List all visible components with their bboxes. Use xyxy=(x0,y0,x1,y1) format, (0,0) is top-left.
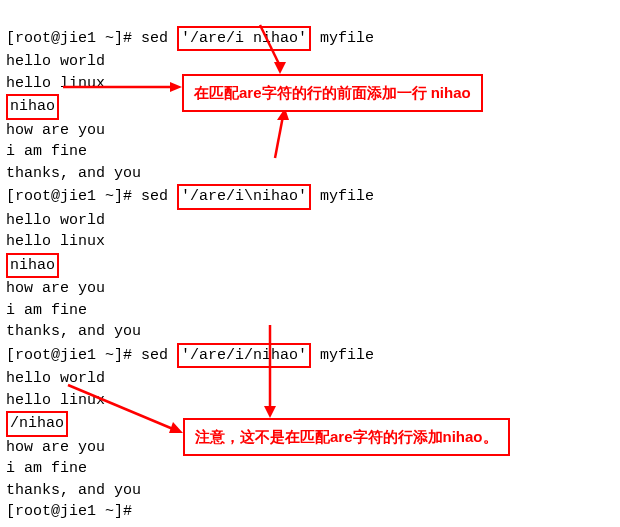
arrow-2 xyxy=(60,79,185,95)
arrow-5 xyxy=(65,377,187,437)
cmd-arg-2: '/are/i\nihao' xyxy=(177,184,311,210)
svg-line-4 xyxy=(275,116,283,158)
out-line: how are you xyxy=(6,280,105,297)
result-nihao-1: nihao xyxy=(6,94,59,120)
out-line: hello world xyxy=(6,212,105,229)
svg-marker-1 xyxy=(274,62,286,74)
arrow-4 xyxy=(250,322,290,420)
out-line: i am fine xyxy=(6,143,87,160)
arrow-1 xyxy=(250,22,300,77)
prompt-line-1: [root@jie1 ~]# sed '/are/i nihao' myfile xyxy=(6,30,374,47)
svg-marker-3 xyxy=(170,82,182,92)
out-line: hello world xyxy=(6,53,105,70)
out-line: thanks, and you xyxy=(6,482,141,499)
arrow-3 xyxy=(255,106,295,161)
out-line: how are you xyxy=(6,122,105,139)
prompt-line-4: [root@jie1 ~]# xyxy=(6,503,141,520)
out-line: thanks, and you xyxy=(6,323,141,340)
out-line: i am fine xyxy=(6,302,87,319)
result-slashnihao: /nihao xyxy=(6,411,68,437)
result-nihao-2: nihao xyxy=(6,253,59,279)
callout-explain-1: 在匹配are字符的行的前面添加一行 nihao xyxy=(182,74,483,112)
svg-line-0 xyxy=(260,25,280,66)
callout-explain-2: 注意，这不是在匹配are字符的行添加nihao。 xyxy=(183,418,510,456)
out-line: thanks, and you xyxy=(6,165,141,182)
prompt-line-2: [root@jie1 ~]# sed '/are/i\nihao' myfile xyxy=(6,188,374,205)
out-line: i am fine xyxy=(6,460,87,477)
svg-marker-9 xyxy=(169,422,183,433)
svg-line-8 xyxy=(68,385,173,429)
cmd-arg-3: '/are/i/nihao' xyxy=(177,343,311,369)
out-line: hello linux xyxy=(6,233,105,250)
prompt-line-3: [root@jie1 ~]# sed '/are/i/nihao' myfile xyxy=(6,347,374,364)
out-line: how are you xyxy=(6,439,105,456)
svg-marker-7 xyxy=(264,406,276,418)
